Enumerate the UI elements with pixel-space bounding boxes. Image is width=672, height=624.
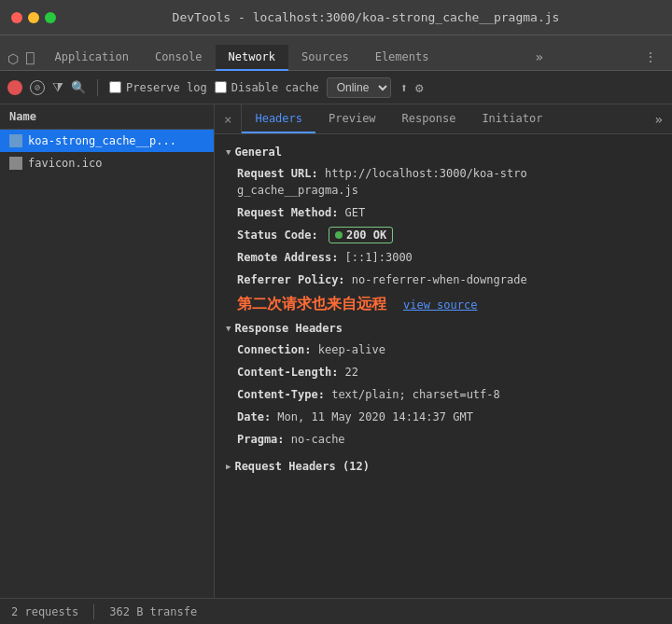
view-source-link[interactable]: view source: [403, 298, 477, 312]
tab-sources[interactable]: Sources: [288, 45, 362, 71]
list-item[interactable]: favicon.ico: [0, 152, 214, 174]
close-panel-button[interactable]: ×: [215, 104, 242, 133]
content-type-value: text/plain; charset=utf-8: [331, 388, 500, 401]
preserve-log-checkbox[interactable]: [109, 81, 121, 93]
status-code-label: Status Code:: [237, 229, 325, 242]
annotation-text: 第二次请求也来自远程: [226, 293, 398, 316]
maximize-traffic-light[interactable]: [45, 12, 56, 23]
window-title: DevTools - localhost:3000/koa-strong_cac…: [71, 10, 661, 24]
general-triangle-icon: [226, 147, 231, 157]
ico-file-icon: [9, 157, 22, 170]
close-icon: ×: [224, 112, 231, 127]
connection-value: keep-alive: [318, 343, 385, 356]
nav-tabs: ⬡ ⎕ Application Console Network Sources …: [0, 35, 672, 71]
disable-cache-checkbox[interactable]: [215, 81, 227, 93]
close-traffic-light[interactable]: [11, 12, 22, 23]
status-code-row: Status Code: 200 OK: [215, 224, 672, 246]
search-icon[interactable]: 🔍: [71, 80, 86, 94]
remote-address-value: [::1]:3000: [345, 251, 413, 264]
content-length-value: 22: [345, 366, 358, 379]
remote-address-label: Remote Address:: [237, 251, 345, 264]
right-panel: × Headers Preview Response Initiator » G…: [215, 104, 672, 598]
request-method-label: Request Method:: [237, 206, 345, 219]
request-url-row: Request URL: http://localhost:3000/koa-s…: [215, 162, 672, 201]
pragma-label: Pragma:: [237, 433, 291, 446]
file-list-header: Name: [0, 104, 214, 130]
tab-console[interactable]: Console: [142, 45, 216, 71]
pragma-row: Pragma: no-cache: [215, 428, 672, 451]
status-code-value: 200 OK: [346, 229, 386, 242]
connection-label: Connection:: [237, 343, 318, 356]
devtools-icon-2[interactable]: ⎕: [26, 51, 34, 66]
status-bar-divider: [93, 604, 94, 619]
request-headers-triangle-icon: [226, 462, 231, 471]
clear-button[interactable]: ⊘: [30, 80, 45, 95]
upload-icon[interactable]: ⬆: [400, 80, 408, 95]
name-column-header: Name: [9, 110, 36, 123]
tab-initiator[interactable]: Initiator: [469, 104, 555, 133]
filter-icon[interactable]: ⧩: [52, 79, 63, 95]
file-list: Name koa-strong_cache__p... favicon.ico: [0, 104, 215, 598]
content-length-label: Content-Length:: [237, 366, 345, 379]
headers-content: General Request URL: http://localhost:30…: [215, 134, 672, 598]
nav-menu[interactable]: ⋮: [637, 44, 665, 70]
date-row: Date: Mon, 11 May 2020 14:14:37 GMT: [215, 406, 672, 428]
disable-cache-label[interactable]: Disable cache: [215, 81, 319, 94]
transferred-size: 362 B transfe: [109, 605, 197, 618]
file-name-1: koa-strong_cache__p...: [28, 134, 176, 147]
js-file-icon: [9, 134, 22, 147]
request-method-value: GET: [345, 206, 366, 219]
request-method-row: Request Method: GET: [215, 201, 672, 224]
tab-headers[interactable]: Headers: [242, 104, 315, 133]
list-item[interactable]: koa-strong_cache__p...: [0, 130, 214, 152]
settings-icon[interactable]: ⚙: [415, 80, 423, 95]
sub-tabs-more[interactable]: »: [646, 112, 672, 127]
file-name-2: favicon.ico: [28, 157, 102, 170]
referrer-policy-label: Referrer Policy:: [237, 273, 352, 286]
record-button[interactable]: [7, 80, 22, 95]
referrer-policy-value: no-referrer-when-downgrade: [352, 273, 527, 286]
nav-tabs-more[interactable]: »: [528, 44, 551, 70]
status-badge: 200 OK: [329, 227, 393, 243]
connection-row: Connection: keep-alive: [215, 339, 672, 361]
requests-count: 2 requests: [11, 605, 78, 618]
tab-application[interactable]: Application: [41, 45, 141, 71]
content-length-row: Content-Length: 22: [215, 361, 672, 383]
toolbar-divider-1: [97, 79, 98, 96]
status-dot-icon: [335, 231, 343, 239]
preserve-log-label[interactable]: Preserve log: [109, 81, 207, 94]
date-label: Date:: [237, 410, 277, 423]
content-type-label: Content-Type:: [237, 388, 331, 401]
sub-tabs: × Headers Preview Response Initiator »: [215, 104, 672, 134]
annotation-row: 第二次请求也来自远程 view source: [215, 291, 672, 318]
referrer-policy-row: Referrer Policy: no-referrer-when-downgr…: [215, 269, 672, 291]
disable-cache-text: Disable cache: [231, 81, 319, 94]
general-title: General: [234, 146, 282, 159]
minimize-traffic-light[interactable]: [28, 12, 39, 23]
throttle-select[interactable]: Online: [327, 77, 391, 98]
pragma-value: no-cache: [291, 433, 345, 446]
status-bar: 2 requests 362 B transfe: [0, 598, 672, 624]
tab-response[interactable]: Response: [389, 104, 469, 133]
content-type-row: Content-Type: text/plain; charset=utf-8: [215, 383, 672, 406]
remote-address-row: Remote Address: [::1]:3000: [215, 246, 672, 269]
response-headers-title: Response Headers: [234, 322, 343, 335]
response-headers-triangle-icon: [226, 324, 231, 333]
title-bar: DevTools - localhost:3000/koa-strong_cac…: [0, 0, 672, 35]
main-area: Name koa-strong_cache__p... favicon.ico …: [0, 104, 672, 598]
traffic-lights: [11, 12, 56, 23]
network-toolbar: ⊘ ⧩ 🔍 Preserve log Disable cache Online …: [0, 71, 672, 104]
devtools-icon-1[interactable]: ⬡: [7, 51, 19, 66]
general-section-title[interactable]: General: [215, 142, 672, 162]
response-headers-section-title[interactable]: Response Headers: [215, 318, 672, 339]
tab-preview[interactable]: Preview: [315, 104, 389, 133]
request-url-label: Request URL:: [237, 167, 325, 180]
date-value: Mon, 11 May 2020 14:14:37 GMT: [277, 410, 473, 423]
request-headers-title: Request Headers (12): [234, 460, 370, 473]
tab-network[interactable]: Network: [216, 45, 289, 71]
preserve-log-text: Preserve log: [126, 81, 207, 94]
request-headers-section-title[interactable]: Request Headers (12): [215, 456, 672, 477]
tab-elements[interactable]: Elements: [362, 45, 442, 71]
